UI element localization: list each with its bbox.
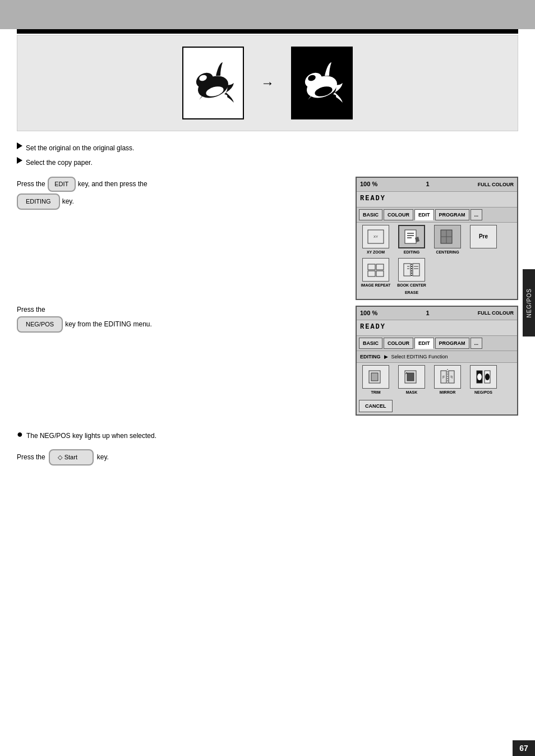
lcd1-colour: FULL COLOUR [478,180,514,189]
mirror-icon: F F [439,369,456,385]
step2-text: Select the copy paper. [26,157,93,169]
lcd1-tab-program[interactable]: PROGRAM [435,209,469,220]
note-text: The NEG/POS key lights up when selected. [26,430,156,442]
svg-rect-17 [368,264,375,270]
start-label: Start [64,452,77,463]
neg-pos-icon [474,369,492,385]
two-col-section: Press the EDIT key, and then press the E… [17,177,518,421]
book-center-erase-icon [403,262,421,278]
lcd1-pre[interactable]: Pre [467,225,500,256]
page-number: 67 [513,740,535,756]
lcd2-top-bar: 100 % 1 FULL COLOUR [357,307,517,321]
step1-text: Set the original on the original glass. [26,142,134,155]
svg-text:F: F [442,375,445,379]
step-2: Select the copy paper. [17,157,518,169]
orca-after-svg [297,52,347,114]
lcd1-image-repeat-label: IMAGE REPEAT [361,282,391,289]
svg-rect-22 [413,264,419,276]
steps-section: Set the original on the original glass. … [17,142,518,465]
svg-rect-21 [404,264,411,276]
lcd2-copies: 1 [426,308,429,319]
step-1: Set the original on the original glass. [17,142,518,155]
step5-text-b: key. [97,451,109,464]
svg-point-41 [477,374,482,380]
demo-illustration: → [17,35,518,131]
start-button[interactable]: ◇ Start [49,449,94,466]
right-side-tab: NEG/POS [523,269,535,336]
step1-arrow-icon [17,142,22,149]
lcd1-ready: READY [357,192,517,208]
left-instructions: Press the EDIT key, and then press the E… [17,177,350,421]
svg-text:F: F [450,375,453,379]
svg-rect-18 [376,264,384,270]
lcd1-tab-colour[interactable]: COLOUR [384,209,413,220]
step-5: Press the ◇ Start key. [17,449,518,466]
lcd1-book-center-erase-box [398,258,425,282]
edit-button-ref[interactable]: EDIT [48,177,76,192]
right-screens: 100 % 1 FULL COLOUR READY BASIC COLOUR E… [356,177,518,421]
lcd1-copies: 1 [426,179,429,190]
lcd2-editing-header: EDITING ▶ Select EDITING Function [357,351,517,363]
lcd2-cancel-button[interactable]: CANCEL [359,400,393,412]
lcd1-image-repeat[interactable]: IMAGE REPEAT [359,258,393,296]
demo-before-image [182,47,244,119]
lcd1-xy-zoom[interactable]: XY XY ZOOM [359,225,393,256]
svg-rect-31 [407,373,414,381]
lcd2-trim-box [362,365,389,389]
lcd2-tab-extra[interactable]: ... [471,338,483,349]
editing-button-ref[interactable]: EDITING [17,193,60,210]
lcd2-trim-label: TRIM [371,389,380,397]
centering-icon [439,229,456,245]
lcd2-mirror[interactable]: F F MIRROR [431,365,464,397]
lcd1-tab-extra[interactable]: ... [471,209,483,220]
lcd-screen-2: 100 % 1 FULL COLOUR READY BASIC COLOUR E… [356,306,518,416]
lcd1-icons-grid: XY XY ZOOM [357,223,517,299]
lcd2-tab-basic[interactable]: BASIC [359,338,382,349]
mask-icon [403,369,421,385]
lcd1-editing-box [398,225,425,248]
lcd2-tab-colour[interactable]: COLOUR [384,338,413,349]
step-3: Press the EDIT key, and then press the E… [17,177,350,209]
lcd2-editing-label: EDITING [360,352,381,361]
svg-point-42 [485,374,490,380]
image-repeat-icon [367,262,385,278]
lcd1-tab-basic[interactable]: BASIC [359,209,382,220]
neg-pos-button-ref[interactable]: NEG/POS [17,316,63,333]
lcd1-top-bar: 100 % 1 FULL COLOUR [357,178,517,192]
lcd2-neg-pos-label: NEG/POS [474,389,492,397]
lcd2-mask-label: MASK [406,389,418,397]
lcd1-pre-text: Pre [479,232,488,242]
lcd2-cancel-area: CANCEL [357,399,517,414]
svg-rect-10 [405,230,416,243]
step4-text: Press the [17,304,45,315]
svg-rect-19 [368,271,375,276]
lcd1-book-center-erase[interactable]: BOOK CENTER ERASE [395,258,428,296]
main-content: → [0,29,535,488]
lcd-screen-1: 100 % 1 FULL COLOUR READY BASIC COLOUR E… [356,177,518,299]
lcd1-xy-zoom-box: XY [362,225,389,248]
right-tab-label: NEG/POS [526,288,532,318]
start-icon: ◇ [58,452,62,463]
editing-icon [403,229,421,245]
note-section: ● The NEG/POS key lights up when selecte… [17,430,518,442]
lcd2-neg-pos-box [470,365,497,389]
lcd2-editing-arrow: ▶ [384,352,388,361]
step4-text-b: key from the EDITING menu. [65,319,152,330]
bullet-icon: ● [17,429,23,439]
lcd1-editing[interactable]: EDITING [395,225,428,256]
lcd2-tab-edit[interactable]: EDIT [414,338,434,349]
lcd2-tab-program[interactable]: PROGRAM [435,338,469,349]
note-bullet: ● The NEG/POS key lights up when selecte… [17,430,518,442]
demo-after-image [291,47,353,119]
lcd2-mirror-label: MIRROR [440,389,455,397]
lcd2-mask[interactable]: MASK [395,365,428,397]
lcd2-neg-pos[interactable]: NEG/POS [467,365,500,397]
lcd1-centering[interactable]: CENTERING [431,225,464,256]
step3-text-c: key. [62,196,74,207]
lcd1-tab-edit[interactable]: EDIT [414,209,434,220]
orca-before-svg [188,52,238,114]
lcd2-editing-icons: TRIM MA [357,363,517,399]
lcd1-tabs: BASIC COLOUR EDIT PROGRAM ... [357,208,517,223]
lcd2-trim[interactable]: TRIM [359,365,393,397]
lcd1-xy-zoom-label: XY ZOOM [367,249,385,256]
